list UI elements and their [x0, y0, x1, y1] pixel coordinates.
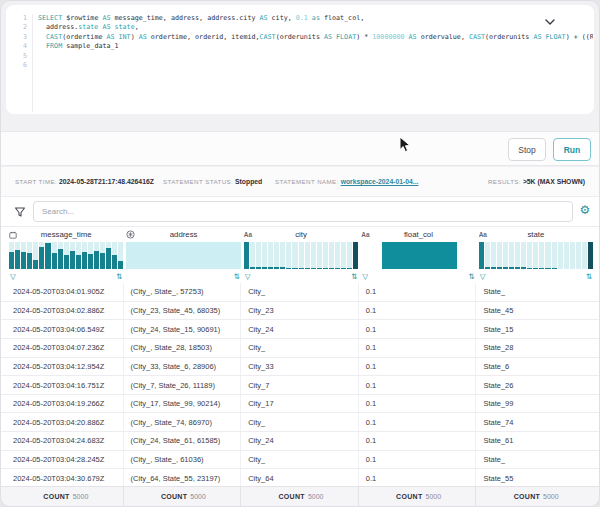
histogram-address[interactable]	[126, 242, 240, 269]
filter-icon[interactable]	[11, 203, 28, 220]
table-cell[interactable]: State_28	[479, 339, 593, 357]
column-filter-icon[interactable]: ▽	[362, 272, 368, 281]
table-cell[interactable]: 0.1	[362, 413, 477, 431]
table-cell[interactable]: 0.1	[362, 376, 477, 394]
table-row[interactable]: 2024-05-20T03:04:28.245Z(City_, State_, …	[1, 451, 600, 470]
table-cell[interactable]: State_	[479, 451, 593, 469]
table-cell[interactable]: 2024-05-20T03:04:30.679Z	[9, 469, 124, 487]
table-cell[interactable]: State_15	[479, 320, 593, 338]
table-row[interactable]: 2024-05-20T03:04:06.549Z(City_24, State_…	[1, 320, 600, 339]
table-cell[interactable]: 2024-05-20T03:04:01.905Z	[9, 283, 124, 301]
table-cell[interactable]: (City_, State_, 61036)	[127, 451, 242, 469]
histogram-state[interactable]	[479, 242, 593, 269]
stop-button[interactable]: Stop	[508, 138, 546, 161]
table-cell[interactable]: 0.1	[362, 283, 477, 301]
column-sort-icon[interactable]: ⇅	[116, 272, 122, 281]
table-cell[interactable]: 0.1	[362, 320, 477, 338]
gear-icon[interactable]: ⚙	[576, 201, 594, 219]
table-cell[interactable]: 2024-05-20T03:04:28.245Z	[9, 451, 124, 469]
table-cell[interactable]: State_	[479, 283, 593, 301]
table-cell[interactable]: (City_7, State_26, 11189)	[127, 376, 242, 394]
table-cell[interactable]: (City_, State_, 57253)	[127, 283, 242, 301]
sql-editor[interactable]: 123456 SELECT $rowtime AS message_time, …	[6, 5, 594, 114]
histogram-message_time[interactable]	[9, 242, 123, 269]
table-row[interactable]: 2024-05-20T03:04:24.683Z(City_24, State_…	[1, 432, 600, 451]
table-cell[interactable]: 2024-05-20T03:04:06.549Z	[9, 320, 124, 338]
table-cell[interactable]: 0.1	[362, 395, 477, 413]
code-line[interactable]: address.state AS state,	[38, 23, 593, 32]
column-filter-icon[interactable]: ▽	[245, 272, 251, 281]
table-cell[interactable]: 0.1	[362, 358, 477, 376]
table-cell[interactable]: (City_, State_28, 18503)	[127, 339, 242, 357]
code-line[interactable]: CAST(ordertime AS INT) AS ordertime, ord…	[38, 33, 593, 42]
table-cell[interactable]: 2024-05-20T03:04:16.751Z	[9, 376, 124, 394]
table-cell[interactable]: State_99	[479, 395, 593, 413]
table-cell[interactable]: City_23	[244, 302, 359, 320]
code-line[interactable]	[38, 61, 593, 70]
column-header-city[interactable]: Aacity	[244, 227, 358, 242]
table-cell[interactable]: 0.1	[362, 432, 477, 450]
table-cell[interactable]: (City_24, State_15, 90691)	[127, 320, 242, 338]
code-line[interactable]	[38, 52, 593, 61]
table-cell[interactable]: (City_, State_74, 86970)	[127, 413, 242, 431]
column-header-address[interactable]: address	[126, 227, 240, 242]
table-row[interactable]: 2024-05-20T03:04:19.266Z(City_17, State_…	[1, 395, 600, 414]
table-cell[interactable]: 2024-05-20T03:04:07.236Z	[9, 339, 124, 357]
column-label: state	[492, 230, 593, 239]
table-cell[interactable]: City_	[244, 339, 359, 357]
table-cell[interactable]: City_33	[244, 358, 359, 376]
table-cell[interactable]: (City_23, State_45, 68035)	[127, 302, 242, 320]
table-cell[interactable]: State_45	[479, 302, 593, 320]
column-sort-icon[interactable]: ⇅	[468, 272, 474, 281]
table-cell[interactable]: City_	[244, 283, 359, 301]
table-row[interactable]: 2024-05-20T03:04:20.886Z(City_, State_74…	[1, 413, 600, 432]
run-button[interactable]: Run	[553, 138, 591, 161]
histogram-city[interactable]	[244, 242, 358, 269]
table-cell[interactable]: State_26	[479, 376, 593, 394]
column-sort-icon[interactable]: ⇅	[351, 272, 357, 281]
table-row[interactable]: 2024-05-20T03:04:07.236Z(City_, State_28…	[1, 339, 600, 358]
table-cell[interactable]: (City_24, State_61, 61585)	[127, 432, 242, 450]
search-input[interactable]	[33, 201, 573, 222]
column-sort-icon[interactable]: ⇅	[586, 272, 592, 281]
table-cell[interactable]: City_17	[244, 395, 359, 413]
table-cell[interactable]: 2024-05-20T03:04:02.886Z	[9, 302, 124, 320]
column-filter-icon[interactable]: ▽	[10, 272, 16, 281]
table-cell[interactable]: 0.1	[362, 302, 477, 320]
table-cell[interactable]: City_	[244, 451, 359, 469]
table-cell[interactable]: State_55	[479, 469, 593, 487]
table-cell[interactable]: 2024-05-20T03:04:20.886Z	[9, 413, 124, 431]
table-cell[interactable]: 2024-05-20T03:04:12.954Z	[9, 358, 124, 376]
table-row[interactable]: 2024-05-20T03:04:01.905Z(City_, State_, …	[1, 283, 600, 302]
table-cell[interactable]: State_61	[479, 432, 593, 450]
column-filter-icon[interactable]: ▽	[480, 272, 486, 281]
table-cell[interactable]: (City_33, State_6, 28906)	[127, 358, 242, 376]
chevron-down-icon[interactable]	[544, 14, 556, 26]
table-cell[interactable]: 2024-05-20T03:04:19.266Z	[9, 395, 124, 413]
histogram-float_col[interactable]	[361, 242, 475, 269]
table-cell[interactable]: City_24	[244, 320, 359, 338]
table-cell[interactable]: City_	[244, 413, 359, 431]
table-row[interactable]: 2024-05-20T03:04:02.886Z(City_23, State_…	[1, 302, 600, 321]
table-cell[interactable]: City_7	[244, 376, 359, 394]
table-cell[interactable]: State_6	[479, 358, 593, 376]
editor-code-area[interactable]: SELECT $rowtime AS message_time, address…	[32, 14, 593, 112]
column-header-message_time[interactable]: message_time	[9, 227, 123, 242]
statement-name-link[interactable]: workspace-2024-01-04...	[341, 178, 419, 185]
table-row[interactable]: 2024-05-20T03:04:12.954Z(City_33, State_…	[1, 358, 600, 377]
column-header-float_col[interactable]: Aafloat_col	[361, 227, 475, 242]
column-sort-icon[interactable]: ⇅	[234, 272, 240, 281]
table-cell[interactable]: 2024-05-20T03:04:24.683Z	[9, 432, 124, 450]
table-cell[interactable]: State_74	[479, 413, 593, 431]
code-line[interactable]: SELECT $rowtime AS message_time, address…	[38, 14, 593, 23]
table-cell[interactable]: 0.1	[362, 469, 477, 487]
table-cell[interactable]: 0.1	[362, 451, 477, 469]
table-cell[interactable]: (City_64, State_55, 23197)	[127, 469, 242, 487]
table-cell[interactable]: City_64	[244, 469, 359, 487]
code-line[interactable]: FROM sample_data_1	[38, 42, 593, 51]
column-header-state[interactable]: Aastate	[479, 227, 593, 242]
table-cell[interactable]: City_24	[244, 432, 359, 450]
table-row[interactable]: 2024-05-20T03:04:16.751Z(City_7, State_2…	[1, 376, 600, 395]
table-cell[interactable]: 0.1	[362, 339, 477, 357]
table-cell[interactable]: (City_17, State_99, 90214)	[127, 395, 242, 413]
